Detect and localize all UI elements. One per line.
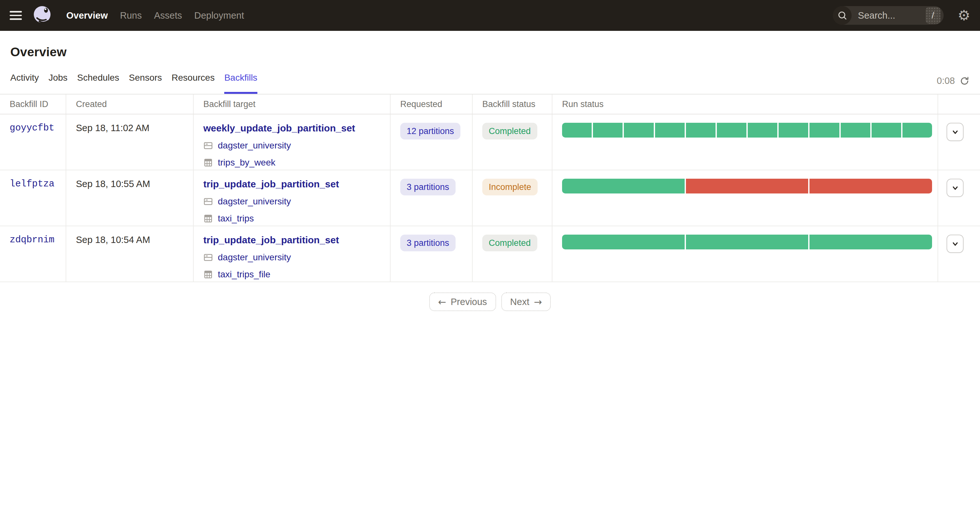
backfill-id-cell: lelfptza xyxy=(0,170,66,226)
job-icon xyxy=(203,253,213,262)
run-segment[interactable] xyxy=(624,123,654,138)
created-cell: Sep 18, 10:55 AM xyxy=(66,170,194,226)
arrow-right-icon: → xyxy=(534,296,542,308)
gear-icon[interactable]: ⚙ xyxy=(958,8,970,22)
refresh-timer: 0:08 xyxy=(937,76,955,86)
actions-cell xyxy=(938,114,980,170)
backfill-status-cell: Completed xyxy=(473,226,552,282)
table-body: goyycfbtSep 18, 11:02 AMweekly_update_jo… xyxy=(0,114,980,282)
backfill-id-cell: zdqbrnim xyxy=(0,226,66,282)
page-title: Overview xyxy=(10,45,970,59)
actions-cell xyxy=(938,226,980,282)
search-input[interactable]: Search... / xyxy=(833,6,943,25)
code-location-link[interactable]: dagster_university xyxy=(218,252,291,263)
run-segment[interactable] xyxy=(810,123,839,138)
backfill-target-cell: trip_update_job_partition_setdagster_uni… xyxy=(194,170,391,226)
expand-row-button[interactable] xyxy=(947,123,964,141)
nav-item-runs[interactable]: Runs xyxy=(120,10,142,21)
asset-table-icon xyxy=(203,158,213,167)
run-segment[interactable] xyxy=(779,123,808,138)
backfill-target-link[interactable]: trip_update_job_partition_set xyxy=(203,235,339,246)
backfill-status-cell: Incomplete xyxy=(473,170,552,226)
tab-backfills[interactable]: Backfills xyxy=(224,73,258,94)
backfill-target-link[interactable]: weekly_update_job_partition_set xyxy=(203,123,355,134)
expand-row-button[interactable] xyxy=(947,179,964,197)
run-status-cell xyxy=(552,114,938,170)
backfills-table: Backfill ID Created Backfill target Requ… xyxy=(0,94,980,282)
expand-row-button[interactable] xyxy=(947,235,964,253)
arrow-left-icon: ← xyxy=(438,296,446,308)
nav-item-overview[interactable]: Overview xyxy=(66,10,108,21)
refresh-countdown: 0:08 xyxy=(937,76,970,86)
previous-page-button[interactable]: ← Previous xyxy=(429,292,496,311)
run-segment[interactable] xyxy=(562,123,592,138)
col-backfill-id: Backfill ID xyxy=(0,95,66,114)
table-row: lelfptzaSep 18, 10:55 AMtrip_update_job_… xyxy=(0,170,980,226)
requested-cell: 3 partitions xyxy=(391,226,473,282)
tab-jobs[interactable]: Jobs xyxy=(49,73,68,94)
run-segment[interactable] xyxy=(562,235,685,249)
run-segment[interactable] xyxy=(717,123,746,138)
run-segment[interactable] xyxy=(593,123,622,138)
run-status-bar[interactable] xyxy=(562,235,932,249)
code-location-link[interactable]: dagster_university xyxy=(218,140,291,151)
code-location-link[interactable]: dagster_university xyxy=(218,197,291,207)
run-segment[interactable] xyxy=(841,123,870,138)
dagster-logo-icon[interactable] xyxy=(32,5,53,26)
pagination: ← Previous Next → xyxy=(0,292,980,311)
search-icon xyxy=(833,6,852,25)
backfill-target-cell: trip_update_job_partition_setdagster_uni… xyxy=(194,226,391,282)
run-status-bar[interactable] xyxy=(562,179,932,193)
tab-activity[interactable]: Activity xyxy=(10,73,39,94)
run-segment[interactable] xyxy=(810,179,932,193)
tab-sensors[interactable]: Sensors xyxy=(129,73,162,94)
tab-schedules[interactable]: Schedules xyxy=(77,73,119,94)
slash-shortcut-key: / xyxy=(926,7,940,24)
backfill-target-link[interactable]: trip_update_job_partition_set xyxy=(203,179,339,190)
backfill-id-link[interactable]: zdqbrnim xyxy=(10,235,54,245)
requested-badge[interactable]: 3 partitions xyxy=(400,179,456,195)
run-segment[interactable] xyxy=(686,179,808,193)
run-status-cell xyxy=(552,226,938,282)
nav-item-assets[interactable]: Assets xyxy=(154,10,182,21)
requested-cell: 12 partitions xyxy=(391,114,473,170)
run-segment[interactable] xyxy=(686,235,808,249)
next-page-button[interactable]: Next → xyxy=(501,292,551,311)
run-segment[interactable] xyxy=(562,179,685,193)
asset-link[interactable]: taxi_trips_file xyxy=(218,270,270,280)
tab-resources[interactable]: Resources xyxy=(172,73,215,94)
asset-table-icon xyxy=(203,270,213,279)
run-status-cell xyxy=(552,170,938,226)
backfill-status-badge: Incomplete xyxy=(482,179,538,195)
run-segment[interactable] xyxy=(810,235,932,249)
menu-icon[interactable] xyxy=(10,11,22,20)
run-segment[interactable] xyxy=(872,123,901,138)
nav-item-deployment[interactable]: Deployment xyxy=(194,10,244,21)
actions-cell xyxy=(938,170,980,226)
col-backfill-status: Backfill status xyxy=(473,95,552,114)
run-segment[interactable] xyxy=(902,123,932,138)
run-segment[interactable] xyxy=(655,123,685,138)
run-segment[interactable] xyxy=(686,123,716,138)
col-actions xyxy=(938,95,980,114)
backfill-id-link[interactable]: lelfptza xyxy=(10,179,54,189)
run-segment[interactable] xyxy=(748,123,777,138)
table-header-row: Backfill ID Created Backfill target Requ… xyxy=(0,95,980,114)
run-status-bar[interactable] xyxy=(562,123,932,138)
created-cell: Sep 18, 10:54 AM xyxy=(66,226,194,282)
page-head: Overview Activity Jobs Schedules Sensors… xyxy=(0,31,980,94)
tab-bar: Activity Jobs Schedules Sensors Resource… xyxy=(10,73,970,94)
backfill-status-badge: Completed xyxy=(482,123,537,140)
top-nav: Overview Runs Assets Deployment Search..… xyxy=(0,0,980,31)
table-row: goyycfbtSep 18, 11:02 AMweekly_update_jo… xyxy=(0,114,980,170)
backfill-id-link[interactable]: goyycfbt xyxy=(10,123,54,133)
asset-link[interactable]: trips_by_week xyxy=(218,157,275,168)
refresh-icon[interactable] xyxy=(959,76,970,86)
requested-badge[interactable]: 3 partitions xyxy=(400,235,456,251)
created-cell: Sep 18, 11:02 AM xyxy=(66,114,194,170)
search-placeholder: Search... xyxy=(858,10,896,21)
table-row: zdqbrnimSep 18, 10:54 AMtrip_update_job_… xyxy=(0,226,980,282)
asset-link[interactable]: taxi_trips xyxy=(218,213,254,224)
backfill-target-cell: weekly_update_job_partition_setdagster_u… xyxy=(194,114,391,170)
requested-badge[interactable]: 12 partitions xyxy=(400,123,460,140)
